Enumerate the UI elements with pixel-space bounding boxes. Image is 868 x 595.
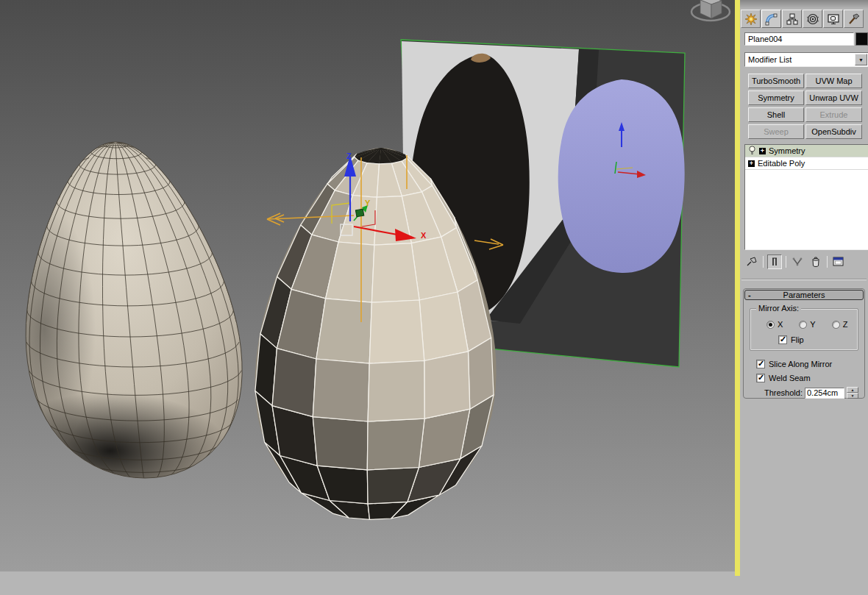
dropdown-arrow-icon[interactable]: ▼ bbox=[855, 54, 867, 65]
make-unique-icon[interactable] bbox=[790, 254, 805, 269]
panel-divider bbox=[741, 279, 867, 280]
command-panel: Modifier List ▼ TurboSmooth UVW Map Symm… bbox=[740, 9, 868, 595]
modifier-button-sweep: Sweep bbox=[748, 124, 804, 139]
stack-item-symmetry[interactable]: + Symmetry bbox=[745, 145, 868, 157]
object-color-swatch[interactable] bbox=[855, 32, 868, 46]
configure-modifier-sets-icon[interactable] bbox=[831, 254, 846, 269]
gizmo-x-label: X bbox=[421, 231, 427, 240]
weld-seam-checkbox[interactable]: ✓ bbox=[756, 374, 765, 382]
tab-modify[interactable] bbox=[761, 10, 781, 28]
radio-y-label: Y bbox=[810, 320, 815, 329]
hierarchy-icon bbox=[786, 13, 799, 26]
create-icon bbox=[744, 13, 758, 26]
stack-item-label: Editable Poly bbox=[758, 159, 805, 168]
radio-x-label: X bbox=[778, 320, 783, 329]
perspective-viewport[interactable]: Z Y X bbox=[0, 0, 735, 571]
radio-mirror-y[interactable] bbox=[799, 321, 807, 329]
modifier-button-turbosmooth[interactable]: TurboSmooth bbox=[748, 74, 804, 88]
modify-icon bbox=[765, 13, 778, 26]
weld-seam-label: Weld Seam bbox=[769, 374, 811, 382]
object-name-field[interactable] bbox=[744, 32, 854, 46]
radio-mirror-x[interactable] bbox=[766, 321, 775, 329]
spinner-down-icon: ▼ bbox=[847, 393, 858, 399]
parameters-rollout: - Parameters Mirror Axis: X Y Z ✓ Fli bbox=[743, 288, 865, 399]
pin-stack-icon[interactable] bbox=[744, 254, 759, 269]
threshold-field[interactable] bbox=[805, 388, 844, 399]
utilities-icon bbox=[847, 13, 861, 26]
modifier-button-shell[interactable]: Shell bbox=[748, 107, 804, 122]
tab-display[interactable] bbox=[823, 10, 843, 28]
tab-motion[interactable] bbox=[803, 10, 822, 28]
modifier-stack-toolbar bbox=[744, 253, 868, 271]
command-panel-tabs bbox=[741, 10, 864, 28]
stack-item-editable-poly[interactable]: + Editable Poly bbox=[745, 157, 868, 170]
slice-along-mirror-label: Slice Along Mirror bbox=[769, 360, 832, 368]
slice-along-mirror-checkbox[interactable]: ✓ bbox=[756, 360, 765, 368]
show-end-result-icon[interactable] bbox=[767, 254, 782, 269]
application-window: Z Y X bbox=[0, 0, 868, 595]
modifier-button-extrude: Extrude bbox=[805, 107, 862, 122]
spinner-up-icon: ▲ bbox=[847, 387, 858, 393]
blue-reference-silhouette bbox=[558, 79, 685, 273]
stack-item-label: Symmetry bbox=[769, 146, 805, 155]
mirror-axis-group: Mirror Axis: X Y Z ✓ Flip bbox=[750, 308, 858, 351]
modifier-list-label: Modifier List bbox=[748, 55, 791, 64]
active-viewport-border-right bbox=[735, 0, 740, 576]
radio-mirror-z[interactable] bbox=[832, 321, 840, 329]
display-icon bbox=[827, 13, 840, 26]
collapse-icon[interactable]: - bbox=[748, 291, 751, 300]
modifier-list-dropdown[interactable]: Modifier List ▼ bbox=[744, 52, 868, 67]
tab-hierarchy[interactable] bbox=[782, 10, 802, 28]
modifier-stack-list: + Symmetry + Editable Poly bbox=[744, 144, 868, 250]
flip-label: Flip bbox=[791, 335, 804, 344]
parameters-rollout-header[interactable]: - Parameters bbox=[744, 290, 864, 300]
motion-icon bbox=[806, 13, 819, 26]
visibility-bulb-icon[interactable] bbox=[748, 146, 756, 157]
modifier-button-uvw-map[interactable]: UVW Map bbox=[805, 74, 862, 88]
modifier-button-unwrap-uvw[interactable]: Unwrap UVW bbox=[805, 90, 862, 105]
modifier-button-opensubdiv[interactable]: OpenSubdiv bbox=[805, 124, 862, 139]
remove-modifier-icon[interactable] bbox=[808, 254, 823, 269]
gizmo-y-label: Y bbox=[365, 199, 371, 207]
threshold-spinner[interactable]: ▲ ▼ bbox=[847, 387, 858, 399]
flip-checkbox[interactable]: ✓ bbox=[778, 335, 787, 344]
threshold-label: Threshold: bbox=[764, 388, 803, 397]
radio-z-label: Z bbox=[843, 320, 848, 329]
tab-utilities[interactable] bbox=[844, 10, 864, 28]
rollout-title: Parameters bbox=[783, 291, 825, 299]
gizmo-z-label: Z bbox=[346, 152, 352, 160]
mirror-axis-label: Mirror Axis: bbox=[756, 304, 801, 313]
modifier-button-symmetry[interactable]: Symmetry bbox=[748, 90, 804, 105]
expand-icon[interactable]: + bbox=[759, 148, 766, 154]
expand-icon[interactable]: + bbox=[748, 160, 755, 167]
tab-create[interactable] bbox=[741, 10, 761, 28]
gizmo-center[interactable] bbox=[355, 209, 363, 217]
